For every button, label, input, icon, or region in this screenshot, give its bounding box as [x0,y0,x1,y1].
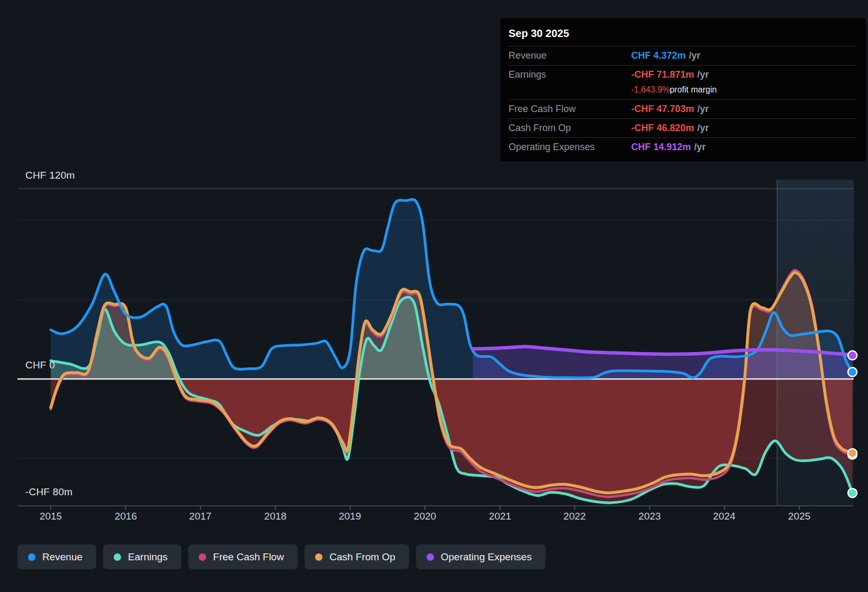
legend-item-cash-from-op[interactable]: Cash From Op [304,544,409,569]
x-tick-2022: 2022 [551,511,598,522]
x-tick-2019: 2019 [326,511,374,522]
y-axis-label-top: CHF 120m [25,170,75,181]
tooltip-row-opex: Operating Expenses CHF 14.912m /yr [509,137,856,156]
legend-item-earnings[interactable]: Earnings [103,544,181,569]
x-tick-2020: 2020 [401,511,449,522]
tooltip-row-cashop: Cash From Op -CHF 46.820m /yr [509,118,856,137]
x-tick-2017: 2017 [177,511,224,522]
x-tick-2021: 2021 [476,511,524,522]
y-axis-label-bottom: -CHF 80m [25,486,72,498]
x-tick-2015: 2015 [27,511,75,522]
tooltip-row-revenue: Revenue CHF 4.372m /yr [509,46,856,65]
tooltip-profit-margin: -1,643.9% profit margin [509,84,856,99]
legend-item-operating-expenses[interactable]: Operating Expenses [416,544,546,569]
tooltip-row-earnings: Earnings -CHF 71.871m /yr -1,643.9% prof… [509,65,856,99]
x-tick-2016: 2016 [102,511,150,522]
y-axis-label-zero: CHF 0 [25,359,55,371]
hover-tooltip: Sep 30 2025 Revenue CHF 4.372m /yr Earni… [500,17,866,162]
x-axis [17,506,854,510]
legend-item-revenue[interactable]: Revenue [17,544,96,569]
tooltip-date: Sep 30 2025 [509,23,856,46]
tooltip-row-fcf: Free Cash Flow -CHF 47.703m /yr [509,99,856,118]
revenue-dot-icon [28,553,35,561]
x-tick-2023: 2023 [626,511,673,522]
x-tick-2018: 2018 [252,511,299,522]
earnings-dot-icon [114,553,121,561]
x-tick-2024: 2024 [700,511,748,522]
chart-page: CHF 120m CHF 0 -CHF 80m 2015 2016 2017 2… [0,0,868,592]
operating-expenses-dot-icon [427,553,434,561]
free-cash-flow-dot-icon [199,553,206,561]
cash-from-op-dot-icon [315,553,322,561]
x-tick-2025: 2025 [775,511,823,522]
legend: Revenue Earnings Free Cash Flow Cash Fro… [17,544,546,569]
legend-item-free-cash-flow[interactable]: Free Cash Flow [188,544,298,569]
